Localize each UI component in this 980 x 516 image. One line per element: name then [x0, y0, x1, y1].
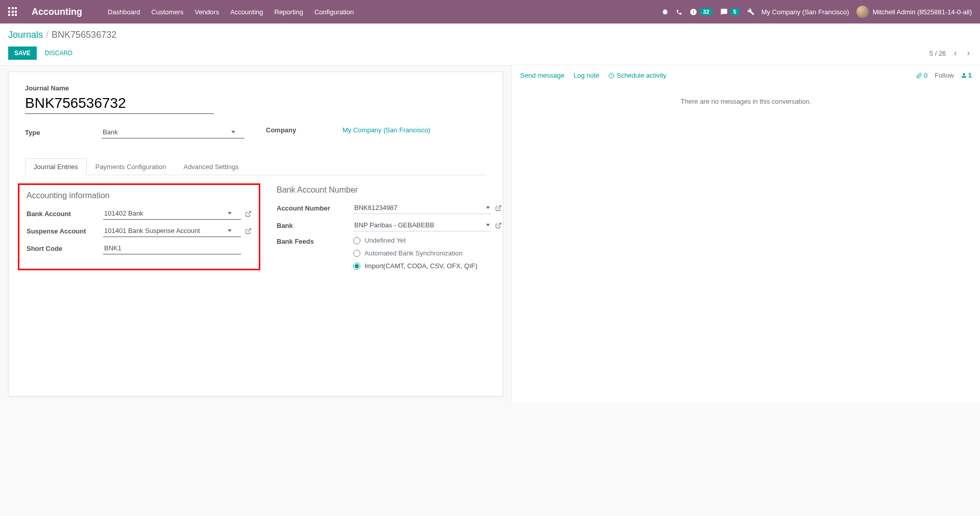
avatar [856, 6, 869, 18]
journal-name-label: Journal Name [25, 84, 486, 92]
accounting-info-heading: Accounting information [27, 191, 252, 200]
nav-configuration[interactable]: Configuration [309, 5, 359, 19]
feeds-opt-undefined[interactable]: Undefined Yet [353, 237, 477, 244]
type-value: Bank [103, 128, 118, 136]
external-link-icon[interactable] [495, 205, 502, 212]
bank-select[interactable]: BNP Paribas - GEBABEBB [353, 219, 491, 231]
form-sheet: Journal Name Type Bank Company My Compan… [8, 72, 503, 396]
breadcrumb-current: BNK756536732 [52, 30, 116, 40]
external-link-icon[interactable] [495, 222, 502, 229]
tab-journal-entries[interactable]: Journal Entries [25, 158, 87, 175]
suspense-label: Suspense Account [27, 227, 103, 235]
bank-label: Bank [277, 222, 353, 229]
company-label: Company [266, 126, 342, 134]
bank-value: BNP Paribas - GEBABEBB [354, 221, 434, 229]
bank-account-number-heading: Bank Account Number [277, 185, 502, 195]
bank-account-value: 101402 Bank [104, 209, 143, 217]
nav-menu: Dashboard Customers Vendors Accounting R… [103, 5, 359, 19]
external-link-icon[interactable] [245, 210, 252, 217]
suspense-value: 101401 Bank Suspense Account [104, 227, 200, 234]
schedule-activity-button[interactable]: Schedule activity [608, 72, 666, 79]
nav-accounting[interactable]: Accounting [225, 5, 268, 19]
chevron-down-icon [231, 131, 235, 133]
account-number-value: BNK61234987 [354, 204, 398, 212]
pager-prev[interactable]: ‹ [952, 48, 959, 59]
type-label: Type [25, 129, 102, 136]
breadcrumb-bar: Journals / BNK756536732 [0, 24, 980, 42]
attachments-count[interactable]: 0 [916, 72, 927, 79]
pager-next[interactable]: › [965, 48, 972, 59]
messages-badge: 5 [730, 8, 740, 15]
action-row: SAVE DISCARD 5 / 26 ‹ › [0, 42, 980, 65]
bank-feeds-label: Bank Feeds [277, 237, 353, 245]
discard-button[interactable]: DISCARD [39, 46, 79, 60]
tab-payments-config[interactable]: Payments Configuration [87, 158, 175, 175]
breadcrumb-parent[interactable]: Journals [8, 30, 43, 40]
breadcrumb-sep: / [46, 30, 48, 40]
bank-account-number-group: Bank Account Number Account Number BNK61… [277, 185, 502, 280]
breadcrumb: Journals / BNK756536732 [8, 30, 972, 40]
shortcode-label: Short Code [27, 245, 103, 252]
user-name: Mitchell Admin (8525881-14-0-all) [873, 8, 972, 16]
journal-name-input[interactable] [25, 94, 214, 114]
debug-icon[interactable] [662, 8, 669, 15]
highlight-box: Accounting information Bank Account 1014… [18, 183, 260, 270]
empty-conversation: There are no messages in this conversati… [520, 98, 972, 105]
type-select[interactable]: Bank [102, 126, 244, 138]
feeds-opt-import[interactable]: Import(CAMT, CODA, CSV, OFX, QIF) [353, 262, 477, 270]
log-note-button[interactable]: Log note [574, 72, 600, 79]
accounting-info-group: Accounting information Bank Account 1014… [25, 185, 260, 280]
account-number-label: Account Number [277, 204, 353, 212]
bank-account-label: Bank Account [27, 210, 103, 218]
tools-icon[interactable] [747, 8, 754, 15]
nav-reporting[interactable]: Reporting [270, 5, 308, 19]
radio-undefined[interactable] [353, 237, 360, 244]
tabs: Journal Entries Payments Configuration A… [25, 158, 486, 175]
nav-vendors[interactable]: Vendors [189, 5, 224, 19]
phone-icon[interactable] [676, 9, 682, 15]
bank-feeds-options: Undefined Yet Automated Bank Synchroniza… [353, 237, 477, 275]
account-number-select[interactable]: BNK61234987 [353, 202, 491, 214]
company-link[interactable]: My Company (San Francisco) [342, 126, 430, 134]
radio-automated[interactable] [353, 250, 360, 257]
messages-icon[interactable]: 5 [720, 8, 740, 16]
user-menu[interactable]: Mitchell Admin (8525881-14-0-all) [856, 6, 972, 18]
activities-icon[interactable]: 32 [690, 8, 713, 16]
systray: 32 5 My Company (San Francisco) Mitchell… [662, 6, 972, 18]
company-selector[interactable]: My Company (San Francisco) [762, 8, 849, 16]
apps-icon[interactable] [8, 7, 17, 16]
chevron-down-icon [228, 229, 232, 232]
nav-dashboard[interactable]: Dashboard [103, 5, 145, 19]
app-brand[interactable]: Accounting [32, 7, 82, 17]
top-nav: Accounting Dashboard Customers Vendors A… [0, 0, 980, 24]
content-wrap: Journal Name Type Bank Company My Compan… [0, 65, 980, 403]
suspense-select[interactable]: 101401 Bank Suspense Account [103, 225, 241, 237]
pager-text[interactable]: 5 / 26 [929, 50, 946, 57]
radio-import[interactable] [353, 263, 360, 270]
nav-customers[interactable]: Customers [146, 5, 189, 19]
follow-button[interactable]: Follow [935, 72, 954, 79]
chatter: Send message Log note Schedule activity … [511, 65, 980, 403]
external-link-icon[interactable] [245, 228, 252, 234]
save-button[interactable]: SAVE [8, 46, 37, 60]
pager: 5 / 26 ‹ › [929, 48, 972, 59]
feeds-opt-automated[interactable]: Automated Bank Synchronization [353, 249, 477, 257]
followers-count[interactable]: 1 [961, 72, 972, 79]
chevron-down-icon [486, 224, 490, 226]
activities-badge: 32 [699, 8, 713, 15]
tab-body: Accounting information Bank Account 1014… [25, 175, 486, 280]
chevron-down-icon [228, 212, 232, 215]
bank-account-select[interactable]: 101402 Bank [103, 207, 241, 220]
tab-advanced-settings[interactable]: Advanced Settings [175, 158, 247, 175]
send-message-button[interactable]: Send message [520, 72, 565, 79]
chatter-top: Send message Log note Schedule activity … [520, 72, 972, 79]
shortcode-input[interactable] [103, 242, 241, 254]
chevron-down-icon [486, 206, 490, 209]
